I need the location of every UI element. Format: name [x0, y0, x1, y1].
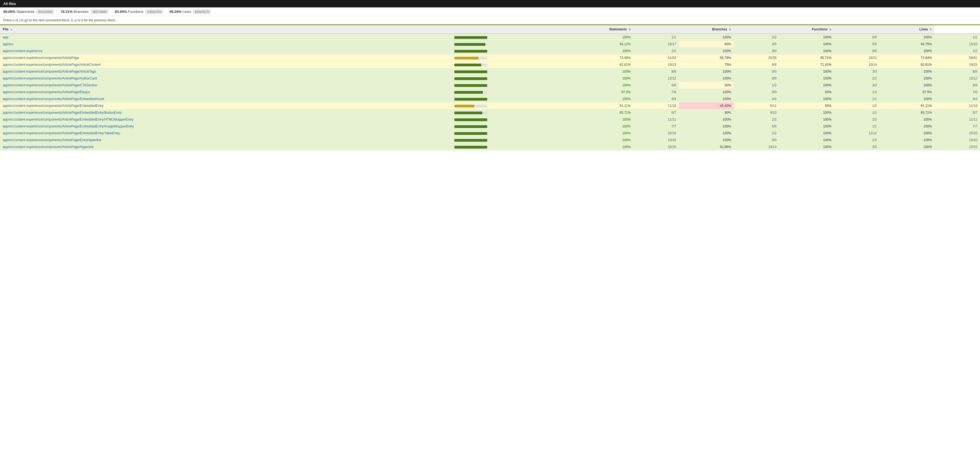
stmt-pct: 85.71%	[579, 109, 634, 116]
file-cell[interactable]: app/src/content-experience/components/Ar…	[0, 130, 452, 137]
stmt-pct: 100%	[579, 75, 634, 82]
file-cell[interactable]: app/src/content-experience/components/Ar…	[0, 116, 452, 123]
branch-pct: 100%	[679, 34, 734, 41]
branches-badge: 3607/4606	[91, 10, 108, 14]
fn-pct: 100%	[779, 48, 834, 54]
file-link[interactable]: app/src/content-experience/components/Ar…	[3, 111, 122, 114]
fn-pct: 71.43%	[779, 61, 834, 68]
fn-pct: 100%	[779, 34, 834, 41]
file-link[interactable]: app/src/content-experience/components/Ar…	[3, 118, 133, 121]
table-row: app/src/content-experience/components/Ar…	[0, 75, 980, 82]
stmt-count: 9/9	[633, 82, 679, 89]
line-pct: 100%	[880, 130, 935, 137]
file-cell[interactable]: app/src/content-experience/components/Ar…	[0, 82, 452, 89]
stmt-pct: 100%	[579, 48, 634, 54]
file-link[interactable]: app	[3, 35, 8, 39]
bar-cell	[452, 54, 579, 61]
fn-count: 1/2	[834, 102, 879, 109]
stmt-count: 4/4	[633, 95, 679, 102]
stmt-pct: 100%	[579, 82, 634, 89]
file-cell[interactable]: app/src/content-experience/components/Ar…	[0, 95, 452, 102]
line-count: 7/8	[934, 89, 980, 95]
file-link[interactable]: app/src/content-experience/components/Ar…	[3, 97, 104, 101]
statements-badge: 8412/9445	[37, 10, 54, 14]
branch-count: 0/0	[734, 75, 779, 82]
file-link[interactable]: app/src/content-experience/components/Ar…	[3, 145, 94, 149]
file-cell[interactable]: app/src/content-experience/components/Ar…	[0, 75, 452, 82]
branch-count: 13/14	[734, 144, 779, 151]
branch-count: 2/2	[734, 130, 779, 137]
bar-cell	[452, 41, 579, 48]
table-row: app/src/content-experience/components/Ar…	[0, 82, 980, 89]
fn-pct: 100%	[779, 144, 834, 151]
line-pct: 82.61%	[880, 61, 935, 68]
file-cell[interactable]: app/src	[0, 41, 452, 48]
lines-badge: 8282/9279	[193, 10, 211, 14]
branch-count: 0/0	[734, 137, 779, 144]
file-cell[interactable]: app/src/content-experience/components/Ar…	[0, 144, 452, 151]
lines-label: Lines	[183, 10, 191, 14]
stmt-count: 8/8	[633, 68, 679, 75]
line-count: 1/1	[934, 34, 980, 41]
file-link[interactable]: app/src/content-experience/components/Ar…	[3, 56, 79, 60]
coverage-table: File ▲ Statements ⇅ Branches ⇅ Functions…	[0, 25, 980, 151]
fn-pct: 100%	[779, 41, 834, 48]
file-cell[interactable]: app/src/content-experience/components/Ar…	[0, 123, 452, 130]
file-cell[interactable]: app/src/content-experience/components/Ar…	[0, 54, 452, 61]
col-file[interactable]: File ▲	[0, 25, 452, 34]
lines-pct: 89.26%	[169, 10, 181, 14]
file-link[interactable]: app/src	[3, 42, 13, 46]
table-row: app/src/content-experience/components/Ar…	[0, 144, 980, 151]
stmt-count: 2/2	[633, 48, 679, 54]
file-cell[interactable]: app/src/content-experience	[0, 48, 452, 54]
branch-count: 6/8	[734, 61, 779, 68]
file-cell[interactable]: app/src/content-experience/components/Ar…	[0, 61, 452, 68]
branch-pct: 100%	[679, 68, 734, 75]
line-count: 4/4	[934, 95, 980, 102]
line-count: 19/23	[934, 61, 980, 68]
col-statements[interactable]: Statements ⇅	[452, 25, 634, 34]
branch-pct: 75%	[679, 61, 734, 68]
file-link[interactable]: app/src/content-experience/components/Ar…	[3, 90, 90, 94]
file-link[interactable]: app/src/content-experience/components/Ar…	[3, 104, 103, 108]
file-link[interactable]: app/src/content-experience/components/Ar…	[3, 131, 120, 135]
bar-fill	[454, 50, 487, 52]
file-cell[interactable]: app/src/content-experience/components/Ar…	[0, 68, 452, 75]
file-link[interactable]: app/src/content-experience/components/Ar…	[3, 63, 101, 67]
col-lines[interactable]: Lines ⇅	[834, 25, 934, 34]
bar-fill	[454, 111, 482, 114]
file-cell[interactable]: app	[0, 34, 452, 41]
branch-pct: 100%	[679, 137, 734, 144]
bar-fill	[454, 64, 481, 66]
file-cell[interactable]: app/src/content-experience/components/Ar…	[0, 89, 452, 95]
line-pct: 100%	[880, 116, 935, 123]
page-title: All files	[3, 2, 16, 6]
branch-pct: 100%	[679, 116, 734, 123]
file-link[interactable]: app/src/content-experience	[3, 49, 43, 53]
file-cell[interactable]: app/src/content-experience/components/Ar…	[0, 102, 452, 109]
col-branches[interactable]: Branches ⇅	[633, 25, 734, 34]
bar-cell	[452, 48, 579, 54]
line-count: 59/81	[934, 54, 980, 61]
file-link[interactable]: app/src/content-experience/components/Ar…	[3, 76, 97, 80]
file-link[interactable]: app/src/content-experience/components/Ar…	[3, 83, 97, 87]
file-link[interactable]: app/src/content-experience/components/Ar…	[3, 138, 102, 142]
file-cell[interactable]: app/src/content-experience/components/Ar…	[0, 137, 452, 144]
coverage-bar	[454, 98, 487, 100]
bar-fill	[454, 70, 487, 73]
col-functions[interactable]: Functions ⇅	[734, 25, 834, 34]
stmt-count: 19/23	[633, 61, 679, 68]
fn-pct: 100%	[779, 130, 834, 137]
stmt-count: 61/83	[633, 54, 679, 61]
table-row: app/src/content-experience/components/Ar…	[0, 54, 980, 61]
statements-pct: 89.06%	[3, 10, 15, 14]
stmt-count: 7/8	[633, 89, 679, 95]
file-link[interactable]: app/src/content-experience/components/Ar…	[3, 70, 96, 73]
coverage-bar	[454, 36, 487, 39]
branch-pct: 90%	[679, 109, 734, 116]
file-link[interactable]: app/src/content-experience/components/Ar…	[3, 124, 134, 128]
stmt-count: 12/12	[633, 75, 679, 82]
file-cell[interactable]: app/src/content-experience/components/Ar…	[0, 109, 452, 116]
coverage-bar	[454, 50, 487, 52]
line-pct: 72.84%	[880, 54, 935, 61]
